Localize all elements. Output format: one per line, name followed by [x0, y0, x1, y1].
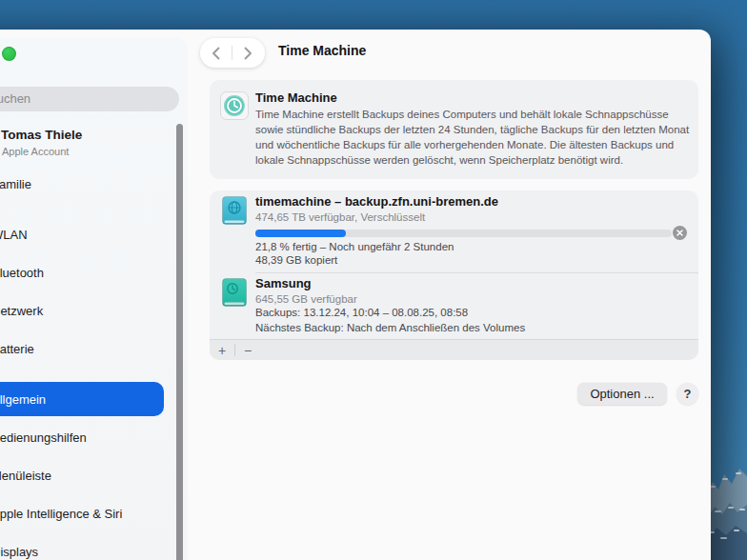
sidebar-item-bluetooth[interactable]: Bluetooth: [0, 253, 187, 291]
page-title: Time Machine: [278, 43, 366, 58]
timemachine-about-box: Time Machine Time Machine erstellt Backu…: [210, 80, 698, 179]
traffic-light-zoom-button[interactable]: [2, 47, 16, 61]
sidebar-item-netzwerk[interactable]: Netzwerk: [0, 291, 187, 330]
timemachine-app-icon: [220, 91, 249, 120]
stop-backup-button[interactable]: [673, 226, 687, 240]
account-subtitle: Apple Account: [2, 146, 69, 157]
back-button[interactable]: [200, 38, 232, 68]
help-button[interactable]: ?: [676, 383, 698, 405]
sidebar-item-bedienungshilfen[interactable]: Bedienungshilfen: [0, 418, 187, 456]
options-button[interactable]: Optionen ...: [577, 383, 667, 405]
sidebar: Suchen Tomas Thiele Apple Account Famili…: [0, 38, 187, 560]
search-placeholder: Suchen: [0, 91, 30, 106]
add-destination-button[interactable]: +: [210, 341, 234, 360]
sidebar-scrollbar[interactable]: [176, 124, 183, 560]
list-footer: + −: [210, 339, 698, 360]
backup-progress-bar: [255, 230, 672, 237]
timemachine-pane: Time Machine Time Machine Time Machine e…: [187, 30, 711, 560]
sidebar-item-familie[interactable]: Familie: [0, 165, 187, 203]
navigation-pill: [200, 38, 265, 68]
sidebar-list: Familie WLAN Bluetooth Netzwerk Batterie…: [0, 165, 187, 560]
search-input[interactable]: Suchen: [0, 87, 179, 111]
destination-name: timemachine – backup.zfn.uni-bremen.de: [255, 194, 498, 209]
sidebar-account[interactable]: Tomas Thiele Apple Account: [0, 128, 187, 166]
remove-destination-button[interactable]: −: [235, 341, 260, 360]
sidebar-item-allgemein[interactable]: Allgemein: [0, 382, 164, 416]
copied-amount: 48,39 GB kopiert: [255, 254, 337, 266]
next-backup: Nächstes Backup: Nach dem Anschließen de…: [255, 322, 525, 333]
network-drive-icon: [222, 196, 247, 225]
desktop: Suchen Tomas Thiele Apple Account Famili…: [0, 0, 747, 560]
sidebar-item-batterie[interactable]: Batterie: [0, 330, 187, 368]
backup-progress-fill: [255, 230, 346, 237]
timemachine-drive-icon: [222, 278, 247, 307]
destination-details: 645,55 GB verfügbar: [255, 293, 357, 305]
wallpaper-mountain: [707, 427, 747, 560]
row-divider: [255, 272, 698, 273]
destination-name: Samsung: [255, 276, 312, 290]
chevron-left-icon: [212, 47, 220, 60]
x-icon: [676, 230, 683, 236]
account-name: Tomas Thiele: [1, 128, 82, 142]
backup-destinations-box: timemachine – backup.zfn.uni-bremen.de 4…: [210, 190, 698, 360]
progress-status: 21,8 % fertig – Noch ungefähr 2 Stunden: [255, 241, 454, 252]
backups-range: Backups: 13.12.24, 10:04 – 08.08.25, 08:…: [255, 307, 468, 318]
system-settings-window: Suchen Tomas Thiele Apple Account Famili…: [0, 30, 711, 560]
sidebar-item-wlan[interactable]: WLAN: [0, 215, 187, 253]
forward-button[interactable]: [232, 38, 264, 68]
destination-details: 474,65 TB verfügbar, Verschlüsselt: [255, 211, 425, 223]
chevron-right-icon: [244, 47, 252, 60]
sidebar-item-menueleiste[interactable]: Menüleiste: [0, 456, 187, 494]
sidebar-item-displays[interactable]: Displays: [0, 532, 187, 560]
sidebar-item-apple-intelligence-siri[interactable]: Apple Intelligence & Siri: [0, 494, 187, 532]
about-description: Time Machine erstellt Backups deines Com…: [255, 107, 692, 168]
about-title: Time Machine: [255, 90, 337, 105]
